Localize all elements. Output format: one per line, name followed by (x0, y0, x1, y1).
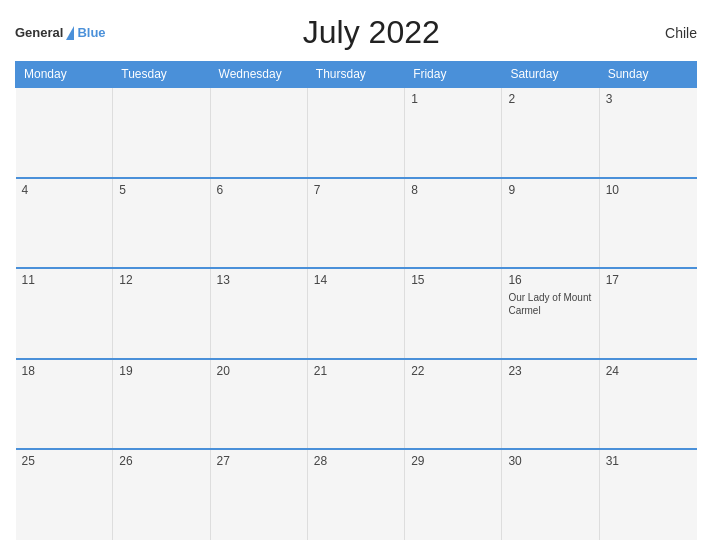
calendar-cell: 14 (307, 268, 404, 359)
day-number: 10 (606, 183, 691, 197)
day-number: 27 (217, 454, 301, 468)
day-number: 3 (606, 92, 691, 106)
weekday-header-wednesday: Wednesday (210, 62, 307, 88)
calendar-cell: 20 (210, 359, 307, 450)
calendar-cell: 18 (16, 359, 113, 450)
calendar-cell: 4 (16, 178, 113, 269)
day-number: 7 (314, 183, 398, 197)
day-number: 9 (508, 183, 592, 197)
day-number: 29 (411, 454, 495, 468)
logo-general-text: General (15, 25, 63, 40)
calendar-cell: 9 (502, 178, 599, 269)
day-number: 21 (314, 364, 398, 378)
day-number: 17 (606, 273, 691, 287)
page-title: July 2022 (106, 14, 637, 51)
day-number: 1 (411, 92, 495, 106)
calendar-cell: 23 (502, 359, 599, 450)
calendar-cell: 19 (113, 359, 210, 450)
calendar-week-row: 123 (16, 87, 697, 178)
calendar-cell: 24 (599, 359, 696, 450)
weekday-header-row: MondayTuesdayWednesdayThursdayFridaySatu… (16, 62, 697, 88)
day-number: 16 (508, 273, 592, 287)
day-number: 2 (508, 92, 592, 106)
weekday-header-saturday: Saturday (502, 62, 599, 88)
day-number: 11 (22, 273, 107, 287)
calendar-cell: 11 (16, 268, 113, 359)
calendar-cell: 3 (599, 87, 696, 178)
calendar-cell: 2 (502, 87, 599, 178)
calendar-table: MondayTuesdayWednesdayThursdayFridaySatu… (15, 61, 697, 540)
day-number: 12 (119, 273, 203, 287)
calendar-week-row: 25262728293031 (16, 449, 697, 540)
calendar-cell: 5 (113, 178, 210, 269)
calendar-cell: 1 (405, 87, 502, 178)
day-number: 14 (314, 273, 398, 287)
day-number: 15 (411, 273, 495, 287)
calendar-cell: 27 (210, 449, 307, 540)
calendar-cell: 29 (405, 449, 502, 540)
day-number: 19 (119, 364, 203, 378)
day-number: 23 (508, 364, 592, 378)
day-number: 22 (411, 364, 495, 378)
calendar-cell (113, 87, 210, 178)
day-number: 6 (217, 183, 301, 197)
weekday-header-friday: Friday (405, 62, 502, 88)
calendar-cell: 17 (599, 268, 696, 359)
day-number: 24 (606, 364, 691, 378)
day-number: 25 (22, 454, 107, 468)
day-number: 28 (314, 454, 398, 468)
calendar-cell: 10 (599, 178, 696, 269)
day-number: 5 (119, 183, 203, 197)
calendar-cell (307, 87, 404, 178)
calendar-page: General Blue July 2022 Chile MondayTuesd… (0, 0, 712, 550)
calendar-cell: 6 (210, 178, 307, 269)
calendar-cell: 13 (210, 268, 307, 359)
day-number: 4 (22, 183, 107, 197)
weekday-header-sunday: Sunday (599, 62, 696, 88)
calendar-cell: 22 (405, 359, 502, 450)
day-number: 20 (217, 364, 301, 378)
day-number: 18 (22, 364, 107, 378)
country-label: Chile (637, 25, 697, 41)
day-number: 31 (606, 454, 691, 468)
logo-triangle-icon (66, 26, 74, 40)
weekday-header-monday: Monday (16, 62, 113, 88)
event-label: Our Lady of Mount Carmel (508, 291, 592, 317)
logo: General Blue (15, 25, 106, 40)
calendar-cell: 30 (502, 449, 599, 540)
calendar-cell: 28 (307, 449, 404, 540)
calendar-cell: 21 (307, 359, 404, 450)
logo-blue-text: Blue (77, 25, 105, 40)
weekday-header-tuesday: Tuesday (113, 62, 210, 88)
day-number: 26 (119, 454, 203, 468)
calendar-cell: 16Our Lady of Mount Carmel (502, 268, 599, 359)
calendar-cell: 8 (405, 178, 502, 269)
calendar-cell (16, 87, 113, 178)
day-number: 30 (508, 454, 592, 468)
calendar-cell: 31 (599, 449, 696, 540)
calendar-cell: 15 (405, 268, 502, 359)
day-number: 8 (411, 183, 495, 197)
calendar-week-row: 111213141516Our Lady of Mount Carmel17 (16, 268, 697, 359)
calendar-cell: 26 (113, 449, 210, 540)
weekday-header-thursday: Thursday (307, 62, 404, 88)
calendar-cell: 7 (307, 178, 404, 269)
day-number: 13 (217, 273, 301, 287)
calendar-week-row: 18192021222324 (16, 359, 697, 450)
calendar-cell: 25 (16, 449, 113, 540)
page-header: General Blue July 2022 Chile (15, 10, 697, 55)
calendar-cell: 12 (113, 268, 210, 359)
calendar-cell (210, 87, 307, 178)
calendar-week-row: 45678910 (16, 178, 697, 269)
